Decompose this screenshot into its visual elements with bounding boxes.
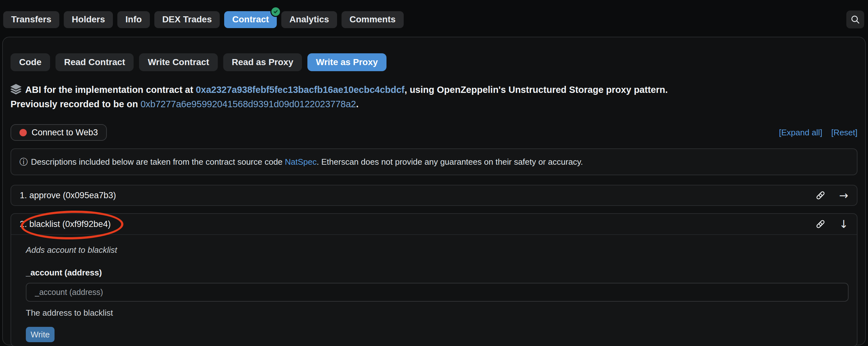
- disclaimer-text: Descriptions included below are taken fr…: [31, 157, 285, 167]
- tab-analytics[interactable]: Analytics: [281, 11, 337, 28]
- page-tab-bar: Transfers Holders Info DEX Trades Contra…: [0, 0, 868, 28]
- subtab-write-as-proxy[interactable]: Write as Proxy: [307, 53, 386, 71]
- permalink-icon[interactable]: [815, 219, 826, 230]
- collapse-arrow-down-icon[interactable]: ↓: [839, 219, 848, 230]
- search-icon: [850, 15, 860, 25]
- expand-all-link[interactable]: [Expand all]: [779, 128, 823, 138]
- natspec-disclaimer: ⓘ Descriptions included below are taken …: [10, 148, 858, 175]
- tab-contract[interactable]: Contract: [224, 11, 277, 28]
- contract-tab-bar: Code Read Contract Write Contract Read a…: [10, 53, 858, 71]
- function-blacklist-title: 2. blacklist (0xf9f92be4): [20, 219, 111, 229]
- tab-comments[interactable]: Comments: [342, 11, 404, 28]
- tab-contract-label: Contract: [232, 15, 269, 25]
- info-circle-icon: ⓘ: [20, 156, 28, 168]
- tab-transfers[interactable]: Transfers: [3, 11, 59, 28]
- param-account-help-text: The address to blacklist: [26, 308, 848, 318]
- connection-status-dot-icon: [20, 129, 27, 136]
- accordion-controls: [Expand all] [Reset]: [779, 128, 858, 138]
- subtab-code[interactable]: Code: [10, 53, 50, 71]
- tab-dex-trades[interactable]: DEX Trades: [154, 11, 220, 28]
- param-account-input[interactable]: [26, 283, 848, 301]
- reset-link[interactable]: [Reset]: [831, 128, 858, 138]
- function-row-blacklist[interactable]: 2. blacklist (0xf9f92be4) ↓: [11, 214, 857, 235]
- tab-holders[interactable]: Holders: [64, 11, 113, 28]
- function-row-approve[interactable]: 1. approve (0x095ea7b3) →: [10, 185, 858, 206]
- function-description: Adds account to blacklist: [26, 245, 848, 255]
- proxy-abi-notice: ABI for the implementation contract at 0…: [10, 83, 858, 111]
- subtab-write-contract[interactable]: Write Contract: [139, 53, 217, 71]
- abi-notice-text: ABI for the implementation contract at: [25, 85, 196, 95]
- function-group-blacklist: 2. blacklist (0xf9f92be4) ↓ Adds account…: [10, 213, 858, 346]
- function-approve-title: 1. approve (0x095ea7b3): [20, 191, 116, 200]
- tab-info[interactable]: Info: [117, 11, 150, 28]
- expand-arrow-right-icon[interactable]: →: [839, 190, 848, 201]
- stack-layers-icon: [10, 84, 21, 95]
- search-button[interactable]: [846, 10, 864, 28]
- connect-to-web3-button[interactable]: Connect to Web3: [10, 124, 107, 141]
- verified-check-icon: [271, 6, 281, 17]
- subtab-read-contract[interactable]: Read Contract: [56, 53, 134, 71]
- contract-panel: Code Read Contract Write Contract Read a…: [2, 37, 866, 345]
- param-account-label: _account (address): [26, 268, 848, 278]
- function-blacklist-body: Adds account to blacklist _account (addr…: [11, 235, 857, 346]
- disclaimer-suffix: . Etherscan does not provide any guarant…: [317, 157, 583, 167]
- implementation-address-link[interactable]: 0xa2327a938febf5fec13bacfb16ae10ecbc4cbd…: [196, 85, 405, 95]
- previous-record-suffix: .: [356, 99, 359, 109]
- connect-to-web3-label: Connect to Web3: [32, 128, 98, 138]
- permalink-icon[interactable]: [815, 190, 826, 201]
- previous-record-text: Previously recorded to be on: [10, 99, 141, 109]
- write-button[interactable]: Write: [26, 327, 55, 342]
- abi-notice-suffix: , using OpenZeppelin's Unstructured Stor…: [405, 85, 668, 95]
- previous-address-link[interactable]: 0xb7277a6e95992041568d9391d09d0122023778…: [141, 99, 356, 109]
- subtab-read-as-proxy[interactable]: Read as Proxy: [223, 53, 302, 71]
- natspec-link[interactable]: NatSpec: [285, 157, 317, 167]
- connect-toolbar: Connect to Web3 [Expand all] [Reset]: [10, 124, 858, 141]
